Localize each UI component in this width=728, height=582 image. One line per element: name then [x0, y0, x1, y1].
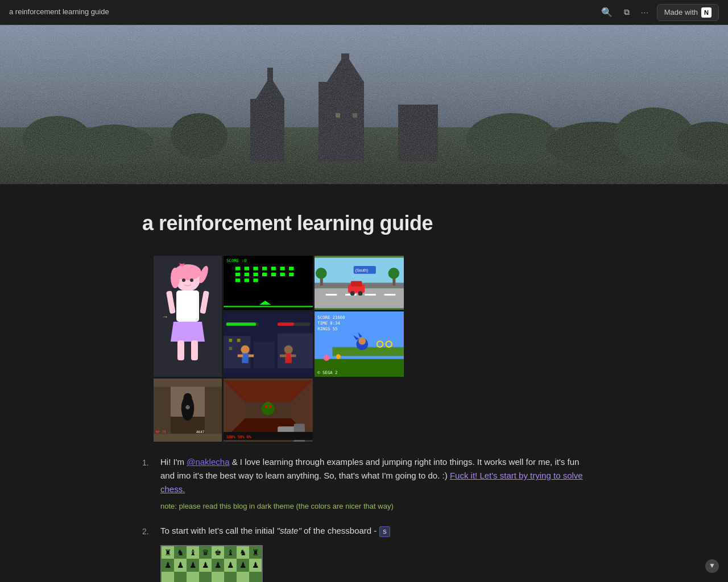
svg-rect-49 [289, 272, 293, 276]
more-icon: ··· [641, 8, 649, 16]
svg-rect-60 [365, 294, 376, 296]
chess-cell: ♟ [174, 559, 187, 571]
list-number-1: 1. [142, 455, 154, 469]
svg-rect-85 [280, 354, 286, 357]
content-list: 1. Hi! I'm @naklecha & I love learning t… [142, 455, 586, 582]
chess-cell [174, 572, 187, 582]
copy-icon: ⧉ [624, 7, 630, 17]
doom-like-cell: 100% 50% 0% [224, 379, 313, 442]
list-number-2: 2. [142, 524, 154, 538]
scroll-indicator[interactable]: ▼ [705, 559, 719, 573]
svg-rect-42 [289, 267, 293, 270]
svg-rect-44 [245, 272, 249, 276]
svg-rect-23 [176, 290, 199, 322]
list-item-2: 2. To start with let's call the initial … [142, 524, 586, 582]
fighting-game-cell [224, 311, 313, 377]
chess-container: ♜♞♝♛♚♝♞♜♟♟♟♟♟♟♟♟♙♙♙♙♙♙♙♙♖♘♗♕♔♗♘♖ [160, 545, 586, 582]
road-game-cell: (South) [315, 256, 404, 310]
svg-point-127 [269, 405, 271, 408]
chess-cell: ♟ [162, 559, 174, 571]
sonic-game-cell: SCORE 21600 TIME 0:34 RINGS 55 [315, 311, 404, 377]
svg-rect-36 [235, 267, 240, 270]
hero-image [0, 25, 728, 184]
svg-rect-75 [278, 333, 313, 368]
chess-cell: ♝ [187, 546, 199, 559]
svg-rect-46 [262, 272, 267, 276]
svg-point-100 [358, 338, 366, 345]
chess-cell: ♞ [174, 546, 187, 559]
chess-cell: ♟ [212, 559, 224, 571]
chess-board: ♜♞♝♛♚♝♞♜♟♟♟♟♟♟♟♟♙♙♙♙♙♙♙♙♖♘♗♕♔♗♘♖ [160, 545, 263, 582]
svg-point-79 [241, 345, 249, 354]
svg-rect-96 [332, 347, 403, 356]
svg-rect-50 [235, 278, 240, 282]
chess-cell [187, 572, 199, 582]
svg-rect-28 [200, 290, 209, 314]
svg-point-126 [264, 405, 267, 408]
made-with-button[interactable]: Made with N [657, 4, 719, 21]
list-content-2: To start with let's call the initial "st… [160, 524, 586, 582]
space-invaders-cell: SCORE :0 [224, 256, 313, 310]
chess-cell: ♜ [162, 546, 174, 559]
list-content-1: Hi! I'm @naklecha & I love learning thro… [160, 455, 586, 513]
svg-point-31 [182, 278, 185, 282]
svg-rect-109 [205, 386, 222, 434]
svg-text:TIME 0:34: TIME 0:34 [317, 321, 340, 326]
game-grid: → SCORE :0 [154, 256, 404, 442]
svg-point-112 [184, 393, 192, 401]
svg-rect-18 [0, 25, 728, 184]
chess-cell: ♚ [212, 546, 224, 559]
svg-text:100% 50% 0%: 100% 50% 0% [226, 435, 251, 439]
copy-button[interactable]: ⧉ [621, 4, 633, 20]
svg-rect-82 [249, 354, 254, 357]
svg-rect-37 [245, 267, 249, 270]
svg-point-32 [190, 278, 193, 282]
text-start: To start with let's call the initial "st… [160, 526, 379, 535]
svg-text:SCORE 21600: SCORE 21600 [317, 314, 345, 319]
svg-rect-47 [271, 272, 276, 276]
note-text: note: please read this blog in dark them… [160, 501, 586, 513]
chess-cell: ♛ [199, 546, 212, 559]
svg-rect-48 [280, 272, 284, 276]
svg-rect-51 [245, 278, 249, 282]
chess-cell [249, 572, 262, 582]
svg-text:SCORE :0: SCORE :0 [226, 257, 246, 263]
svg-rect-45 [253, 272, 258, 276]
chess-cell: ♜ [249, 546, 262, 559]
naklecha-link[interactable]: @naklecha [187, 457, 229, 467]
svg-rect-90 [278, 322, 294, 326]
anime-char-cell: → [154, 256, 222, 377]
made-with-label: Made with [664, 8, 698, 16]
chess-cell [224, 572, 237, 582]
list-paragraph-2: To start with let's call the initial "st… [160, 524, 586, 538]
search-button[interactable]: 🔍 [598, 3, 616, 21]
top-navigation: a reinforcement learning guide 🔍 ⧉ ··· M… [0, 0, 728, 25]
list-item-1: 1. Hi! I'm @naklecha & I love learning t… [142, 455, 586, 513]
text-hi: Hi! I'm [160, 457, 187, 467]
search-icon: 🔍 [601, 7, 613, 18]
svg-rect-74 [253, 341, 275, 368]
game-images-container: → SCORE :0 [142, 256, 586, 442]
svg-rect-43 [235, 272, 240, 276]
svg-rect-81 [238, 354, 243, 357]
svg-text:© SEGA 2: © SEGA 2 [317, 369, 337, 375]
chess-cell: ♟ [237, 559, 249, 571]
chess-cell [162, 572, 174, 582]
svg-rect-34 [224, 256, 313, 309]
svg-text:→: → [162, 313, 168, 320]
svg-rect-25 [177, 340, 184, 360]
notion-icon: N [701, 7, 712, 18]
chess-cell: ♟ [187, 559, 199, 571]
svg-text:AK47: AK47 [196, 429, 205, 433]
svg-rect-39 [262, 267, 267, 270]
svg-rect-63 [351, 281, 362, 286]
chess-cell: ♝ [224, 546, 237, 559]
more-button[interactable]: ··· [638, 5, 652, 20]
svg-rect-58 [326, 294, 337, 296]
scroll-down-icon: ▼ [709, 560, 715, 571]
anime-char-svg: → [159, 262, 216, 370]
svg-rect-77 [237, 339, 241, 342]
svg-rect-41 [280, 267, 284, 270]
svg-point-65 [358, 291, 363, 296]
fps-game-cell: HP 75 AK47 [154, 379, 222, 442]
